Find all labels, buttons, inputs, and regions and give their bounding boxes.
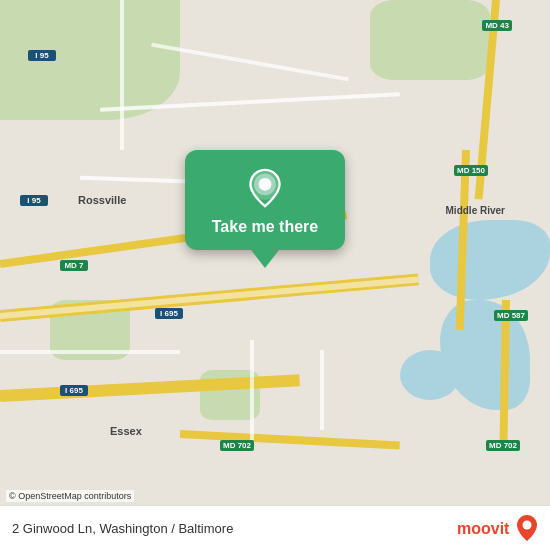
essex-label: Essex: [110, 425, 142, 437]
moovit-pin-icon: [516, 514, 538, 542]
take-me-there-button[interactable]: Take me there: [212, 218, 318, 236]
popup-box[interactable]: Take me there: [185, 150, 345, 250]
md587-shield: MD 587: [494, 310, 528, 321]
i95-shield-2: I 95: [20, 195, 48, 206]
i695-shield-1: I 695: [155, 308, 183, 319]
md702-shield-2: MD 702: [486, 440, 520, 451]
water-body-3: [400, 350, 460, 400]
osm-credit: © OpenStreetMap contributors: [6, 490, 134, 502]
md7-shield: MD 7: [60, 260, 88, 271]
svg-point-2: [259, 178, 272, 191]
md702-shield-1: MD 702: [220, 440, 254, 451]
local-road-5: [250, 340, 254, 440]
green-area-1: [0, 0, 180, 120]
bottom-bar: 2 Ginwood Ln, Washington / Baltimore moo…: [0, 505, 550, 550]
rossville-label: Rossville: [78, 194, 126, 206]
map-container: I 95 I 95 I 695 I 695 MD 7 MD 43 MD 150 …: [0, 0, 550, 550]
md150-shield: MD 150: [454, 165, 488, 176]
i695-shield-2: I 695: [60, 385, 88, 396]
popup-arrow: [251, 250, 279, 268]
md43-shield: MD 43: [482, 20, 512, 31]
moovit-logo-icon: moovit: [457, 517, 513, 539]
location-pin-icon: [245, 168, 285, 208]
i95-shield-1: I 95: [28, 50, 56, 61]
address-label: 2 Ginwood Ln, Washington / Baltimore: [12, 521, 233, 536]
local-road-3: [0, 350, 180, 354]
green-area-2: [370, 0, 490, 80]
middle-river-label: Middle River: [446, 205, 505, 216]
local-road-4: [120, 0, 124, 150]
location-popup[interactable]: Take me there: [185, 150, 345, 268]
local-road-6: [320, 350, 324, 430]
moovit-logo: moovit: [457, 514, 538, 542]
svg-point-4: [523, 521, 532, 530]
svg-text:moovit: moovit: [457, 520, 510, 537]
